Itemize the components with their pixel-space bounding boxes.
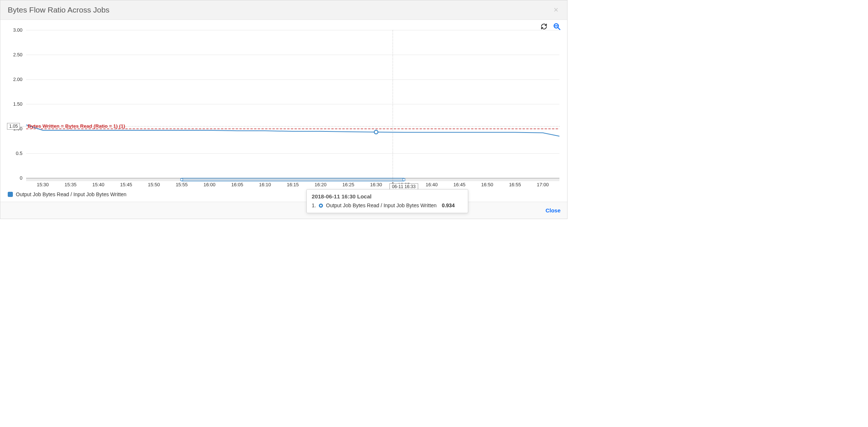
- svg-text:0.5: 0.5: [16, 151, 22, 156]
- svg-text:15:30: 15:30: [37, 182, 49, 187]
- svg-text:16:20: 16:20: [314, 182, 327, 187]
- svg-rect-40: [403, 179, 405, 181]
- legend-series-label: Output Job Bytes Read / Input Job Bytes …: [16, 191, 127, 197]
- tooltip-title: 2018-06-11 16:30 Local: [312, 193, 463, 200]
- tooltip-row-value: 0.934: [442, 202, 455, 208]
- modal-title: Bytes Flow Ratio Across Jobs: [8, 6, 110, 14]
- close-button[interactable]: Close: [545, 207, 561, 214]
- svg-text:15:45: 15:45: [120, 182, 132, 187]
- svg-text:16:00: 16:00: [203, 182, 216, 187]
- modal-footer: Close: [0, 202, 567, 219]
- chart-legend: Output Job Bytes Read / Input Job Bytes …: [4, 189, 563, 202]
- svg-rect-39: [181, 179, 183, 181]
- svg-text:2.00: 2.00: [13, 77, 22, 82]
- tooltip-row-label: Output Job Bytes Read / Input Job Bytes …: [326, 202, 437, 208]
- svg-text:16:05: 16:05: [231, 182, 243, 187]
- y-hover-badge: 1.05: [7, 123, 20, 130]
- svg-text:16:50: 16:50: [481, 182, 493, 187]
- tooltip-row-index: 1.: [312, 202, 316, 208]
- svg-text:0: 0: [20, 175, 22, 181]
- svg-text:17:00: 17:00: [537, 182, 549, 187]
- svg-text:16:10: 16:10: [259, 182, 271, 187]
- svg-text:16:30: 16:30: [370, 182, 382, 187]
- modal: Bytes Flow Ratio Across Jobs ×: [0, 0, 568, 219]
- modal-header: Bytes Flow Ratio Across Jobs ×: [0, 0, 567, 20]
- legend-swatch: [8, 192, 13, 197]
- svg-text:16:15: 16:15: [287, 182, 299, 187]
- svg-text:16:55: 16:55: [509, 182, 521, 187]
- tooltip-row: 1. Output Job Bytes Read / Input Job Byt…: [312, 202, 463, 208]
- modal-body: 00.51.001.502.002.503.0015:3015:3515:401…: [0, 20, 567, 202]
- chart-area[interactable]: 00.51.001.502.002.503.0015:3015:3515:401…: [4, 27, 563, 189]
- svg-text:15:55: 15:55: [176, 182, 188, 187]
- chart-svg: 00.51.001.502.002.503.0015:3015:3515:401…: [4, 27, 563, 189]
- svg-text:15:35: 15:35: [65, 182, 77, 187]
- reference-line-label: Bytes Written = Bytes Read (Ratio = 1) (…: [28, 123, 125, 129]
- svg-text:16:40: 16:40: [426, 182, 438, 187]
- svg-text:15:50: 15:50: [148, 182, 160, 187]
- svg-text:16:45: 16:45: [453, 182, 466, 187]
- svg-text:3.00: 3.00: [13, 27, 22, 33]
- svg-text:16:25: 16:25: [342, 182, 355, 187]
- svg-point-44: [374, 130, 378, 134]
- svg-text:2.50: 2.50: [13, 52, 22, 57]
- svg-rect-38: [182, 178, 404, 181]
- svg-text:1.50: 1.50: [13, 101, 22, 107]
- svg-text:15:40: 15:40: [92, 182, 104, 187]
- chart-tooltip: 2018-06-11 16:30 Local 1. Output Job Byt…: [306, 189, 468, 213]
- close-icon[interactable]: ×: [552, 6, 560, 14]
- circle-marker-icon: [319, 204, 323, 208]
